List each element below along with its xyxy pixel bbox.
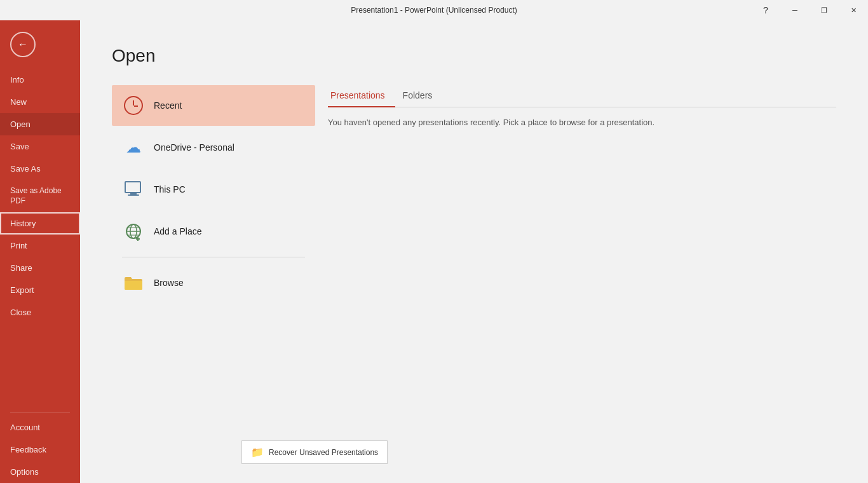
location-browse[interactable]: Browse bbox=[112, 262, 315, 303]
content-area: Recent ☁ OneDrive - Personal This PC bbox=[112, 85, 836, 483]
globe-icon bbox=[122, 220, 145, 243]
locations-divider bbox=[122, 257, 305, 257]
sidebar-item-print[interactable]: Print bbox=[0, 235, 80, 257]
computer-icon bbox=[122, 178, 145, 201]
locations-panel: Recent ☁ OneDrive - Personal This PC bbox=[112, 85, 315, 483]
location-add-place[interactable]: Add a Place bbox=[112, 211, 315, 252]
titlebar: Presentation1 - PowerPoint (Unlicensed P… bbox=[0, 0, 868, 20]
location-onedrive[interactable]: ☁ OneDrive - Personal bbox=[112, 127, 315, 168]
page-title: Open bbox=[112, 46, 836, 66]
sidebar-item-close[interactable]: Close bbox=[0, 301, 80, 323]
help-button[interactable]: ? bbox=[751, 0, 780, 20]
recover-icon: 📁 bbox=[251, 446, 264, 458]
sidebar-item-share[interactable]: Share bbox=[0, 257, 80, 279]
recover-button[interactable]: 📁 Recover Unsaved Presentations bbox=[241, 440, 388, 464]
sidebar-item-account[interactable]: Account bbox=[0, 416, 80, 439]
tab-folders[interactable]: Folders bbox=[400, 85, 443, 107]
main-content: Open Recent ☁ OneDrive - Personal bbox=[80, 20, 868, 483]
tabs-panel: Presentations Folders You haven't opened… bbox=[315, 85, 836, 483]
sidebar-item-save-as[interactable]: Save As bbox=[0, 158, 80, 180]
titlebar-controls: ─ ❒ ✕ bbox=[780, 0, 868, 20]
empty-message: You haven't opened any presentations rec… bbox=[328, 118, 836, 127]
location-recent[interactable]: Recent bbox=[112, 85, 315, 126]
back-button[interactable]: ← bbox=[10, 32, 36, 57]
tab-presentations[interactable]: Presentations bbox=[328, 85, 395, 107]
sidebar-item-info[interactable]: Info bbox=[0, 69, 80, 91]
close-button[interactable]: ✕ bbox=[839, 0, 868, 20]
sidebar-bottom: Account Feedback Options bbox=[0, 408, 80, 483]
sidebar-item-history[interactable]: History bbox=[0, 212, 80, 235]
sidebar-divider bbox=[10, 412, 70, 412]
onedrive-icon: ☁ bbox=[122, 136, 145, 159]
svg-rect-1 bbox=[130, 193, 137, 194]
maximize-button[interactable]: ❒ bbox=[810, 0, 839, 20]
folder-icon bbox=[122, 271, 145, 294]
location-this-pc[interactable]: This PC bbox=[112, 169, 315, 210]
svg-rect-0 bbox=[125, 182, 140, 193]
sidebar-item-export[interactable]: Export bbox=[0, 279, 80, 301]
sidebar-item-options[interactable]: Options bbox=[0, 461, 80, 483]
sidebar: ← Info New Open Save Save As Save as Ado… bbox=[0, 20, 80, 483]
sidebar-item-feedback[interactable]: Feedback bbox=[0, 439, 80, 461]
recover-bar: 📁 Recover Unsaved Presentations bbox=[241, 440, 388, 464]
tabs-header: Presentations Folders bbox=[328, 85, 836, 107]
minimize-button[interactable]: ─ bbox=[780, 0, 810, 20]
sidebar-item-new[interactable]: New bbox=[0, 91, 80, 113]
sidebar-item-save-adobe[interactable]: Save as Adobe PDF bbox=[0, 180, 80, 212]
sidebar-item-save[interactable]: Save bbox=[0, 135, 80, 158]
sidebar-item-open[interactable]: Open bbox=[0, 113, 80, 135]
svg-rect-2 bbox=[128, 194, 139, 196]
clock-icon bbox=[122, 94, 145, 117]
titlebar-title: Presentation1 - PowerPoint (Unlicensed P… bbox=[351, 6, 517, 15]
